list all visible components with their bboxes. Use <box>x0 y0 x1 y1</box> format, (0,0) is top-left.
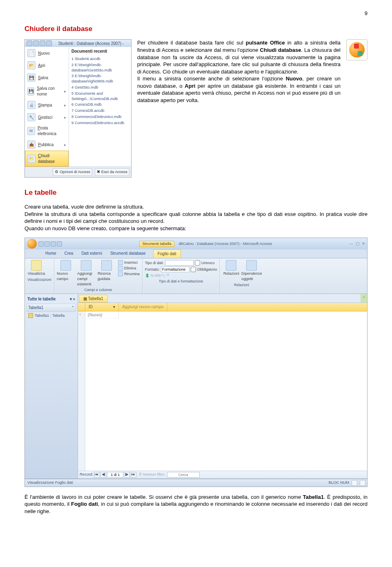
qat-icon[interactable] <box>51 241 56 247</box>
qat-icon[interactable] <box>33 40 39 46</box>
newfield-icon <box>60 260 71 271</box>
datasheet-body[interactable]: * (Nuovo) <box>78 311 367 471</box>
univoco-checkbox[interactable] <box>195 260 200 266</box>
tables-intro-paragraph: Creare una tabella, vuole dire definirne… <box>24 203 368 232</box>
minimize-icon[interactable]: — <box>350 241 354 247</box>
page-number: 9 <box>24 10 368 17</box>
office-menu-item-gestisci[interactable]: 🔧Gestisci▸ <box>25 111 69 123</box>
column-id[interactable]: ID ▾ <box>85 303 119 311</box>
opzioni-access-button[interactable]: ⚙ Opzioni di Access <box>53 168 92 176</box>
prev-record-button[interactable]: ◀ <box>100 472 106 478</box>
qat-icon[interactable] <box>40 40 45 46</box>
heading-tabelle: Le tabelle <box>24 188 368 198</box>
recent-document-item[interactable]: 3 E:\ItIsrighi\mdb-database\righi0809.md… <box>69 73 131 84</box>
recent-document-item[interactable]: 8 CommercioElettronico.mdb <box>69 114 131 120</box>
office-menu-item-nuovo[interactable]: 📄Nuovo <box>25 47 69 59</box>
ricerca-guidata-button[interactable]: Ricerca guidata <box>98 260 116 282</box>
delete-icon <box>118 266 123 271</box>
close-tab-button[interactable]: × <box>361 294 367 303</box>
qat-icon[interactable] <box>57 241 62 247</box>
table-icon: ▦ <box>83 296 87 301</box>
nav-group-tabella1[interactable]: Tabella1⌃ <box>27 304 76 312</box>
qat-icon[interactable] <box>46 40 52 46</box>
ribbon-tabs: HomeCreaDati esterniStrumenti databaseFo… <box>25 249 367 258</box>
id-cell-new[interactable]: (Nuovo) <box>85 311 119 319</box>
office-button[interactable] <box>27 239 37 249</box>
group-visualizzazioni-label: Visualizzazioni <box>27 277 51 282</box>
office-menu-item-salva[interactable]: 💾Salva <box>25 71 69 84</box>
addfield-icon <box>81 260 91 271</box>
ribbon-tab-home[interactable]: Home <box>41 249 60 258</box>
document-tab-tabella1[interactable]: ▦ Tabella1 <box>79 295 108 303</box>
record-position-input[interactable] <box>107 472 123 478</box>
ribbon-tab-crea[interactable]: Crea <box>60 249 78 258</box>
new-row-icon: * <box>78 311 85 319</box>
submenu-arrow-icon: ▸ <box>64 102 66 108</box>
nav-item-tabella1[interactable]: Tabella1 : Tabella <box>27 312 76 320</box>
dipendenze-button[interactable]: Dipendenze oggetti <box>243 260 261 282</box>
view-datasheet-button[interactable] <box>352 480 357 486</box>
search-input[interactable] <box>167 472 200 478</box>
next-record-button[interactable]: ▶ <box>124 472 130 478</box>
close-icon[interactable]: ✕ <box>362 241 365 247</box>
menu-item-label: Posta elettronica <box>38 125 66 136</box>
tipo-dati-select[interactable] <box>165 260 194 266</box>
ribbon-tab-dati-esterni[interactable]: Dati esterni <box>77 249 106 258</box>
recent-document-item[interactable]: 5 \Documents and Settings\...\ComicsDB.m… <box>69 91 131 102</box>
dropdown-icon: ▾ <box>113 304 115 310</box>
format-symbols[interactable]: 💲 % 000 ⁰₀ ⁰⁰ <box>145 273 169 278</box>
row-selector-header[interactable] <box>78 303 85 311</box>
access-title: dbCalcio : Database (Access 2007) - Micr… <box>178 241 272 246</box>
qat-icon[interactable] <box>38 241 44 247</box>
menu-item-icon: ✉ <box>27 127 35 135</box>
office-menu-item-apri[interactable]: 📂Apri <box>25 59 69 71</box>
inserisci-button[interactable]: Inserisci <box>118 260 140 265</box>
status-bar: Visualizzazione Foglio dati BLOC NUM <box>25 479 367 487</box>
menu-item-label: Pubblica <box>38 142 53 148</box>
gear-icon: ⚙ <box>55 169 58 175</box>
menu-item-icon: 📄 <box>27 49 36 57</box>
visualizza-button[interactable]: Visualizza <box>27 260 45 276</box>
office-menu-item-pubblica[interactable]: 📤Pubblica▸ <box>25 138 69 151</box>
access-titlebar: Strumenti tabella dbCalcio : Database (A… <box>25 238 367 249</box>
numlock-indicator: BLOC NUM <box>329 480 349 485</box>
maximize-icon[interactable]: ▢ <box>356 241 359 247</box>
recent-document-item[interactable]: 9 CommercioElettronico.accdb <box>69 120 131 126</box>
lookup-icon <box>101 260 112 271</box>
column-add-new[interactable]: Aggiungi nuovo campo <box>119 303 167 311</box>
aggiungi-campi-button[interactable]: Aggiungi campi esistenti <box>77 260 95 287</box>
recent-document-item[interactable]: 1 Studenti.accdb <box>69 56 131 62</box>
ribbon-tab-foglio-dati[interactable]: Foglio dati <box>153 249 181 258</box>
qat-icon[interactable] <box>27 40 32 46</box>
recent-document-item[interactable]: 6 ComicsDB.mdb <box>69 102 131 108</box>
access-datasheet-screenshot: Strumenti tabella dbCalcio : Database (A… <box>24 238 368 487</box>
last-record-button[interactable]: ⏭ <box>131 472 136 478</box>
view-design-button[interactable] <box>360 480 365 486</box>
record-label: Record: <box>80 472 93 477</box>
recent-document-item[interactable]: 4 GestSito.mdb <box>69 84 131 91</box>
tipo-dati-label: Tipo di dati: <box>145 260 164 265</box>
close-db-paragraph: Per chiudere il database basta fare clic… <box>137 39 341 104</box>
first-record-button[interactable]: ⏮ <box>94 472 100 478</box>
nuovo-campo-button[interactable]: Nuovo campo <box>57 260 75 282</box>
obbligatorio-checkbox[interactable] <box>191 267 196 272</box>
nav-header[interactable]: Tutte le tabelle▾ « <box>27 296 76 303</box>
menu-item-label: Salva con nome <box>37 86 62 97</box>
ribbon-tab-strumenti-database[interactable]: Strumenti database <box>106 249 150 258</box>
formato-select[interactable] <box>161 267 189 272</box>
office-menu-item-stampa[interactable]: 🖨Stampa▸ <box>25 99 69 111</box>
rinomina-button[interactable]: Rinomina <box>118 271 140 276</box>
esci-access-button[interactable]: ✖ Esci da Access <box>95 168 129 176</box>
recent-document-item[interactable]: 2 E:\ItIsrighi\mdb-database\GestSito.mdb <box>69 62 131 73</box>
filter-indicator[interactable]: ⚲ Nessun filtro <box>139 472 164 477</box>
recent-docs-header: Documenti recenti <box>69 47 131 56</box>
elimina-button[interactable]: Elimina <box>118 266 140 271</box>
qat-icon[interactable] <box>45 241 50 247</box>
formato-label: Formato: <box>145 267 160 272</box>
office-menu-titlebar: Studenti : Database (Access 2007) - <box>25 40 131 47</box>
recent-document-item[interactable]: 7 ComicsDB.accdb <box>69 108 131 114</box>
office-menu-item-chiudi-database[interactable]: 📁Chiudi database <box>25 151 69 167</box>
office-menu-item-salva-con-nome[interactable]: 💾Salva con nome▸ <box>25 84 69 99</box>
relazioni-button[interactable]: Relazioni <box>222 260 240 276</box>
office-menu-item-posta-elettronica[interactable]: ✉Posta elettronica <box>25 123 69 138</box>
